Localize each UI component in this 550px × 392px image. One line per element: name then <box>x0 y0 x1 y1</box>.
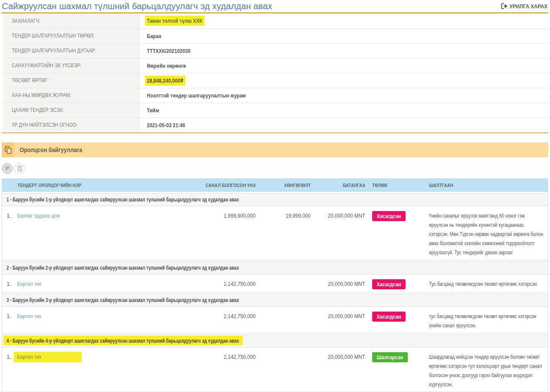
column-header-guarantee[interactable]: БАТАЛГАА <box>315 178 370 192</box>
status-badge: Шалгарсан <box>372 352 408 362</box>
detail-value: Тийм <box>140 103 550 118</box>
detail-label-text: ТӨСӨВТ ӨРТӨГ: <box>12 77 49 83</box>
detail-row: ТӨСӨВТ ӨРТӨГ: 28,848,240,000₮ <box>3 73 550 88</box>
sign-out-icon <box>501 3 508 9</box>
detail-value-text: Нээлттэй тендер шалгаруулалтын журам <box>147 92 246 99</box>
column-header-price[interactable]: САНАЛ БОЛГОСОН ҮНЭ <box>155 178 260 192</box>
detail-row: ТЕНДЕР ШАЛГАРУУЛАЛТЫН ТӨРӨЛ: Бараа <box>3 28 550 43</box>
detail-label-text: ҮР ДҮН НИЙТЭЛСЭН ОГНОО: <box>12 122 77 128</box>
participant-name-cell: Баялаг эрдэнэ цом <box>15 208 155 260</box>
participant-name-cell: Баргил тех <box>15 349 155 392</box>
pdf-export-label: P <box>5 165 9 172</box>
participant-name-link[interactable]: Баргил тех <box>17 354 42 360</box>
tender-result-page: Сайжруулсан шахмал түлшний барьцалдуулаг… <box>0 0 550 392</box>
guarantee-text: 20,000,000 MNT <box>328 312 365 321</box>
column-header-reason[interactable]: ШАЛТГААН <box>426 178 548 192</box>
offered-price-text: 1,999,900,000 <box>224 211 256 220</box>
reason-text: Шаардлагад нийцсэн тендер ирүүлсэн болов… <box>429 352 544 389</box>
detail-value: ТТТХХК/202102030 <box>140 43 550 58</box>
detail-value-text: Бараа <box>147 33 161 39</box>
detail-label: ҮР ДҮН НИЙТЭЛСЭН ОГНОО: <box>3 118 140 132</box>
offered-price: 2,142,750,000 <box>155 349 260 392</box>
detail-value: Өөрийн хөрөнгө <box>140 58 550 73</box>
participant-name-link[interactable]: Баргил тех <box>17 281 42 287</box>
reason-text: Үнийн саналыг ирүүлэх маягтанд 60 хоног … <box>429 211 544 257</box>
detail-value-text: 2021-05-03 21:46 <box>147 122 185 128</box>
detail-label-text: ТЕНДЕР ШАЛГАРУУЛАЛТЫН ТӨРӨЛ: <box>12 33 95 39</box>
lot-group-title: 3 - Баруун бүсийн 3-р үйлдвэрт ашиглагда… <box>7 297 239 303</box>
offered-price: 2,142,750,000 <box>155 308 260 333</box>
offered-price: 1,999,900,000 <box>155 208 260 260</box>
detail-value-link[interactable]: Таван толгой түлш ХХК <box>147 17 202 24</box>
reason-text: Тус багцанд төсөвлөгдсөн төсөвт өртөгөөс… <box>429 279 544 288</box>
guarantee: 20,000,000 MNT <box>315 276 370 292</box>
row-number: 1. <box>2 208 15 260</box>
column-header-status-text: ТӨЛӨВ <box>372 183 387 188</box>
column-header-status[interactable]: ТӨЛӨВ <box>370 178 426 192</box>
copy-icon <box>2 142 14 157</box>
detail-value-text: 28,848,240,000₮ <box>147 77 183 84</box>
column-header-name[interactable]: ТЕНДЕРТ ОРОЛЦОГЧИЙН НЭР <box>2 178 155 192</box>
status-badge: Хасагдсан <box>372 279 406 289</box>
column-header-name-text: ТЕНДЕРТ ОРОЛЦОГЧИЙН НЭР <box>17 183 81 188</box>
detail-value-text: Өөрийн хөрөнгө <box>147 62 186 69</box>
reason-cell: Тус багцанд төсөвлөгдсөн төсөвт өртөгөөс… <box>426 276 548 292</box>
detail-label: ТӨСӨВТ ӨРТӨГ: <box>3 73 140 88</box>
tender-details-panel: ЗАХИАЛАГЧ: Таван толгой түлш ХХК ТЕНДЕР … <box>2 12 548 133</box>
detail-label: ХАА-НЫ МӨРДӨХ ЖУРАМ: <box>3 88 140 103</box>
participants-table: ТЕНДЕРТ ОРОЛЦОГЧИЙН НЭР САНАЛ БОЛГОСОН Ү… <box>2 178 548 392</box>
participant-row: 1. Баялаг эрдэнэ цом 1,999,900,000 19,99… <box>2 208 548 260</box>
export-toolbar: P <box>2 163 548 174</box>
guarantee: 20,000,000 MNT <box>315 208 370 260</box>
detail-label-text: ЗАХИАЛАГЧ: <box>12 18 40 24</box>
detail-row: ХАА-НЫ МӨРДӨХ ЖУРАМ: Нээлттэй тендер шал… <box>3 88 550 103</box>
detail-label: ТЕНДЕР ШАЛГАРУУЛАЛТЫН ТӨРӨЛ: <box>3 28 140 43</box>
participant-name-link[interactable]: Баялаг эрдэнэ цом <box>17 212 60 219</box>
column-header-discount[interactable]: ХӨНГӨЛӨЛТ <box>260 178 315 192</box>
column-header-price-text: САНАЛ БОЛГОСОН ҮНЭ <box>206 183 256 188</box>
view-invitation-label: УРИЛГА ХАРАХ <box>509 3 547 10</box>
detail-row: ҮР ДҮН НИЙТЭЛСЭН ОГНОО: 2021-05-03 21:46 <box>3 118 550 132</box>
reason-cell: Шаардлагад нийцсэн тендер ирүүлсэн болов… <box>426 349 548 392</box>
detail-row: ЦАХИМ ТЕНДЕР ЭСЭХ: Тийм <box>3 103 550 118</box>
guarantee-text: 20,000,000 MNT <box>328 279 365 288</box>
discount <box>260 308 315 333</box>
detail-value: 28,848,240,000₮ <box>140 73 550 88</box>
guarantee: 20,000,000 MNT <box>315 349 370 392</box>
lot-group-row: 2 - Баруун бүсийн 2-р үйлдвэрт ашиглагда… <box>2 260 548 276</box>
topbar: Сайжруулсан шахмал түлшний барьцалдуулаг… <box>2 0 548 12</box>
detail-value-text: Тийм <box>147 107 159 114</box>
lot-group-row: 1 - Баруун бүсийн 1-р үйлдвэрт ашиглагда… <box>2 192 548 208</box>
detail-value: Таван толгой түлш ХХК <box>140 14 550 28</box>
pdf-export-button[interactable]: P <box>2 163 13 174</box>
lot-group-title: 2 - Баруун бүсийн 2-р үйлдвэрт ашиглагда… <box>7 265 239 271</box>
detail-value: 2021-05-03 21:46 <box>140 118 550 132</box>
print-button[interactable] <box>14 163 25 174</box>
participant-name-link[interactable]: Баргил тех <box>17 313 42 319</box>
status-badge: Хасагдсан <box>372 312 406 322</box>
discount <box>260 276 315 292</box>
participant-row: 1. Баргил тех 2,142,750,000 20,000,000 M… <box>2 349 548 392</box>
offered-price-text: 2,142,750,000 <box>224 312 256 321</box>
detail-value-text: ТТТХХК/202102030 <box>147 48 190 54</box>
detail-label-text: САНХҮҮЖИЛТИЙН ЭХ ҮҮСВЭР: <box>12 62 81 69</box>
lot-group-title: 4 - Баруун бүсийн 4-р үйлдвэрт ашиглагда… <box>7 338 239 343</box>
offered-price-text: 2,142,750,000 <box>224 352 256 361</box>
detail-value: Бараа <box>140 28 550 43</box>
column-header-discount-text: ХӨНГӨЛӨЛТ <box>284 183 311 188</box>
column-header-reason-text: ШАЛТГААН <box>429 183 453 188</box>
print-icon <box>17 166 22 171</box>
lot-group-title: 1 - Баруун бүсийн 1-р үйлдвэрт ашиглагда… <box>7 197 239 202</box>
participant-row: 1. Баргил тех 2,142,750,000 20,000,000 M… <box>2 276 548 292</box>
reason-cell: тус багцанд төсөвлөгдсөн төсөвт өртөгөөс… <box>426 308 548 333</box>
offered-price: 2,142,750,000 <box>155 276 260 292</box>
participants-table-wrap: ТЕНДЕРТ ОРОЛЦОГЧИЙН НЭР САНАЛ БОЛГОСОН Ү… <box>2 178 548 392</box>
detail-value: Нээлттэй тендер шалгаруулалтын журам <box>140 88 550 103</box>
participants-section-header: Оролцсон байгууллага <box>2 142 548 157</box>
column-header-guarantee-text: БАТАЛГАА <box>343 183 365 188</box>
view-invitation-link[interactable]: УРИЛГА ХАРАХ <box>501 3 547 10</box>
guarantee-text: 20,000,000 MNT <box>328 352 365 361</box>
detail-label-text: ТЕНДЕР ШАЛГАРУУЛАЛТЫН ДУГААР: <box>12 48 96 54</box>
participant-name-cell: Баргил тех <box>15 276 155 292</box>
reason-cell: Үнийн саналыг ирүүлэх маягтанд 60 хоног … <box>426 208 548 260</box>
